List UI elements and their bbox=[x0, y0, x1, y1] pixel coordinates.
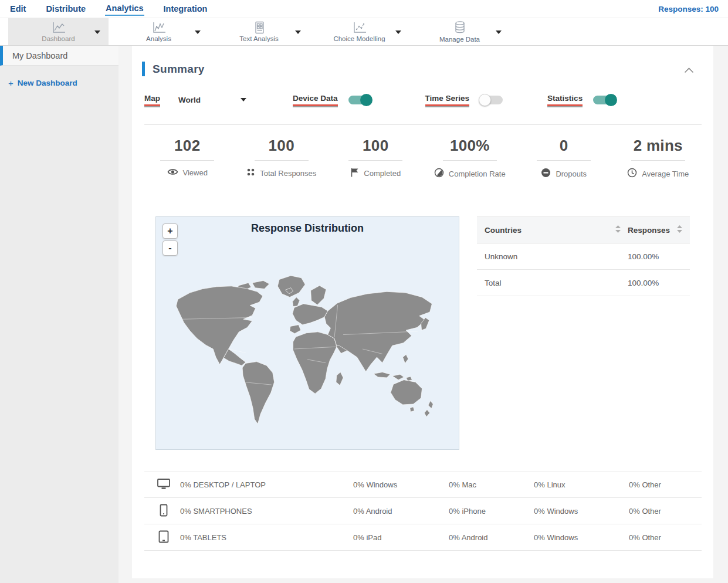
toolbar-item-label: Choice Modelling bbox=[333, 35, 385, 42]
zoom-out-button[interactable]: - bbox=[162, 240, 178, 256]
responses-count-badge[interactable]: Responses: 100 bbox=[658, 5, 719, 13]
toolbar-item-label: Dashboard bbox=[42, 35, 75, 42]
device-cell: 0% Mac bbox=[449, 480, 534, 489]
sort-icon[interactable] bbox=[677, 225, 682, 235]
responses-cell: 100.00% bbox=[628, 279, 682, 287]
stat-value: 100 bbox=[269, 137, 294, 155]
nav-item-analytics[interactable]: Analytics bbox=[105, 2, 144, 16]
toolbar-item-text-analysis[interactable]: Text Analysis bbox=[209, 18, 309, 45]
map-region-select[interactable]: World bbox=[178, 96, 246, 104]
time-series-label: Time Series bbox=[425, 94, 470, 106]
nav-item-edit[interactable]: Edit bbox=[9, 3, 26, 15]
stat-value: 0 bbox=[560, 137, 568, 155]
responses-header-label: Responses bbox=[628, 226, 670, 235]
stats-row: 102 Viewed 100 Total Responses bbox=[140, 137, 705, 179]
toggle-knob bbox=[479, 94, 491, 106]
nav-item-distribute[interactable]: Distribute bbox=[45, 3, 86, 15]
toolbar-item-dashboard[interactable]: Dashboard bbox=[8, 18, 109, 45]
chevron-down-icon[interactable] bbox=[295, 30, 301, 34]
stat-label: Completion Rate bbox=[449, 170, 506, 178]
zoom-in-button[interactable]: + bbox=[162, 223, 178, 239]
table-row: Total 100.00% bbox=[477, 270, 690, 296]
response-distribution-map[interactable]: Response Distribution + - bbox=[155, 216, 459, 450]
toolbar-item-analysis[interactable]: Analysis bbox=[109, 18, 209, 45]
device-cell: 0% Windows bbox=[534, 507, 629, 516]
countries-table: Countries Responses Unknown 100.00% Tota… bbox=[477, 216, 690, 296]
chevron-down-icon[interactable] bbox=[496, 30, 502, 34]
device-breakdown-table: 0% DESKTOP / LAPTOP 0% Windows 0% Mac 0%… bbox=[144, 471, 702, 551]
chevron-down-icon[interactable] bbox=[395, 30, 401, 34]
toolbar-item-label: Manage Data bbox=[439, 36, 480, 43]
eye-icon bbox=[167, 168, 178, 178]
sort-icon[interactable] bbox=[615, 225, 621, 235]
app-window: Edit Distribute Analytics Integration Re… bbox=[0, 0, 728, 583]
device-cell: 0% DESKTOP / LAPTOP bbox=[180, 480, 266, 489]
dashboard-sidebar: My Dashboard + New Dashboard bbox=[0, 46, 118, 583]
stat-completion-rate: 100% Completion Rate bbox=[423, 137, 517, 179]
device-cell: 0% Other bbox=[629, 507, 702, 516]
minus-circle-icon bbox=[541, 168, 551, 179]
device-cell: 0% TABLETS bbox=[180, 533, 226, 542]
smartphone-icon bbox=[157, 504, 171, 518]
nav-item-integration[interactable]: Integration bbox=[163, 3, 208, 15]
stat-label: Completed bbox=[364, 169, 401, 178]
device-cell: 0% Android bbox=[353, 507, 449, 516]
device-cell: 0% Other bbox=[629, 533, 702, 542]
stat-completed: 100 Completed bbox=[329, 137, 423, 179]
line-chart-icon bbox=[51, 21, 66, 34]
divider bbox=[443, 160, 497, 161]
toolbar-item-choice-modelling[interactable]: Choice Modelling bbox=[309, 18, 409, 45]
stat-average-time: 2 mins Average Time bbox=[611, 137, 706, 179]
stat-viewed: 102 Viewed bbox=[140, 137, 235, 179]
stat-label: Average Time bbox=[642, 170, 689, 178]
map-region-value: World bbox=[178, 96, 201, 104]
chevron-down-icon[interactable] bbox=[94, 30, 100, 34]
toolbar-item-manage-data[interactable]: Manage Data bbox=[409, 18, 510, 45]
stat-value: 102 bbox=[174, 137, 200, 155]
device-cell: 0% iPad bbox=[353, 533, 449, 542]
time-series-toggle[interactable] bbox=[480, 96, 503, 104]
world-map[interactable] bbox=[158, 266, 456, 432]
stat-value: 100% bbox=[450, 137, 490, 155]
responses-cell: 100.00% bbox=[628, 252, 682, 261]
section-title: Summary bbox=[153, 63, 205, 76]
table-row: 0% SMARTPHONES 0% Android 0% iPhone 0% W… bbox=[144, 498, 702, 524]
summary-panel: Summary Map World Device Data Time Serie… bbox=[132, 46, 713, 578]
table-row: 0% TABLETS 0% iPad 0% Android 0% Windows… bbox=[144, 524, 702, 551]
countries-header-label: Countries bbox=[485, 226, 522, 235]
responses-column-header[interactable]: Responses bbox=[628, 225, 682, 235]
table-row: Unknown 100.00% bbox=[477, 243, 690, 270]
device-data-toggle[interactable] bbox=[348, 96, 371, 104]
device-cell: 0% Windows bbox=[353, 480, 449, 489]
divider bbox=[160, 160, 214, 161]
stat-value: 100 bbox=[363, 137, 388, 155]
stat-value: 2 mins bbox=[634, 137, 683, 155]
country-cell: Total bbox=[485, 279, 628, 287]
map-control-label: Map bbox=[144, 94, 160, 106]
divider bbox=[144, 124, 702, 125]
analysis-chart-icon bbox=[151, 21, 167, 34]
new-dashboard-label: New Dashboard bbox=[18, 79, 77, 87]
divider bbox=[631, 160, 685, 161]
sidebar-item-my-dashboard[interactable]: My Dashboard bbox=[0, 46, 118, 66]
half-circle-icon bbox=[434, 168, 444, 179]
map-zoom-controls: + - bbox=[162, 223, 178, 257]
device-cell: 0% iPhone bbox=[449, 507, 534, 516]
collapse-section-button[interactable] bbox=[684, 65, 694, 76]
countries-column-header[interactable]: Countries bbox=[485, 225, 628, 235]
stat-total-responses: 100 Total Responses bbox=[235, 137, 329, 179]
toggle-knob bbox=[360, 94, 373, 106]
statistics-label: Statistics bbox=[547, 94, 583, 106]
top-navigation: Edit Distribute Analytics Integration Re… bbox=[0, 0, 728, 18]
tablet-icon bbox=[157, 530, 171, 545]
device-data-label: Device Data bbox=[293, 94, 338, 106]
toolbar-item-label: Text Analysis bbox=[239, 35, 278, 42]
statistics-toggle[interactable] bbox=[593, 96, 616, 104]
stat-label: Viewed bbox=[183, 168, 208, 177]
new-dashboard-button[interactable]: + New Dashboard bbox=[8, 78, 118, 88]
analytics-toolbar: Dashboard Analysis Text bbox=[0, 18, 728, 46]
chevron-down-icon[interactable] bbox=[195, 30, 201, 34]
dots-grid-icon bbox=[246, 168, 255, 178]
stat-label: Total Responses bbox=[260, 169, 316, 178]
map-title: Response Distribution bbox=[156, 222, 459, 235]
